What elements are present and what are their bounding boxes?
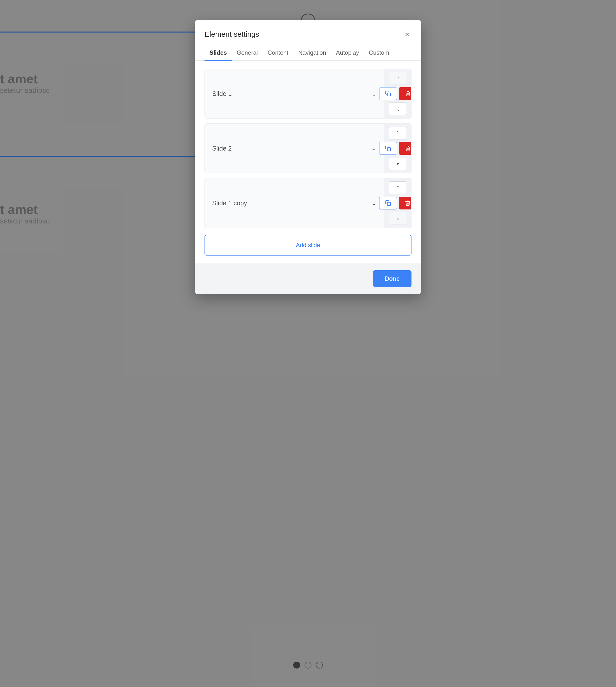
- element-settings-modal: Element settings × Slides General Conten…: [195, 20, 421, 294]
- modal-header: Element settings ×: [195, 20, 421, 39]
- tab-autoplay[interactable]: Autoplay: [331, 45, 364, 61]
- slide-3-label: Slide 1 copy: [212, 199, 247, 207]
- slide-3-chevron-down[interactable]: ⌄: [371, 199, 377, 207]
- modal-close-button[interactable]: ×: [403, 29, 412, 39]
- svg-rect-2: [387, 202, 391, 205]
- slide-3-controls: ⌃: [384, 178, 411, 228]
- tabs-container: Slides General Content Navigation Autopl…: [195, 45, 421, 61]
- slide-3-delete-button[interactable]: [399, 197, 412, 209]
- slide-2-delete-button[interactable]: [399, 142, 412, 155]
- slide-3-action-row: [379, 197, 412, 209]
- slide-2-up-button[interactable]: ⌃: [389, 127, 407, 139]
- slide-3-down-button[interactable]: ⌅: [389, 212, 407, 225]
- slide-3-main: Slide 1 copy ⌄: [205, 178, 384, 228]
- done-button[interactable]: Done: [373, 270, 412, 287]
- slide-2-chevron-down[interactable]: ⌄: [371, 145, 377, 152]
- tab-custom[interactable]: Custom: [364, 45, 394, 61]
- slide-1-controls: ⌃: [384, 69, 411, 118]
- slide-2-down-button[interactable]: ⌅: [389, 157, 407, 170]
- slide-1-up-button[interactable]: ⌃: [389, 72, 407, 85]
- slide-1-chevron-down[interactable]: ⌄: [371, 90, 377, 97]
- slide-item-1: Slide 1 ⌄ ⌃: [204, 69, 412, 118]
- slide-1-label: Slide 1: [212, 90, 232, 97]
- slide-2-main: Slide 2 ⌄: [205, 124, 384, 173]
- slide-3-up-button[interactable]: ⌃: [389, 181, 407, 194]
- slide-item-3: Slide 1 copy ⌄ ⌃: [204, 178, 412, 228]
- tab-navigation[interactable]: Navigation: [293, 45, 331, 61]
- slide-1-delete-button[interactable]: [399, 87, 412, 100]
- slide-2-action-row: [379, 142, 412, 155]
- svg-rect-1: [387, 148, 391, 151]
- slide-item-2: Slide 2 ⌄ ⌃: [204, 124, 412, 173]
- slide-1-action-row: [379, 87, 412, 100]
- tab-content[interactable]: Content: [263, 45, 293, 61]
- slide-1-copy-button[interactable]: [379, 87, 397, 100]
- add-slide-button[interactable]: Add slide: [204, 235, 412, 256]
- tab-slides[interactable]: Slides: [204, 45, 232, 61]
- svg-rect-0: [387, 93, 391, 96]
- modal-body: Slide 1 ⌄ ⌃: [195, 61, 421, 263]
- tab-general[interactable]: General: [232, 45, 263, 61]
- slide-1-down-button[interactable]: ⌅: [389, 103, 407, 115]
- modal-title: Element settings: [204, 30, 259, 39]
- slide-2-label: Slide 2: [212, 145, 232, 152]
- slide-2-copy-button[interactable]: [379, 142, 397, 155]
- slide-1-main: Slide 1 ⌄: [205, 69, 384, 118]
- slide-3-copy-button[interactable]: [379, 197, 397, 209]
- modal-footer: Done: [195, 263, 421, 294]
- slide-2-controls: ⌃: [384, 124, 411, 173]
